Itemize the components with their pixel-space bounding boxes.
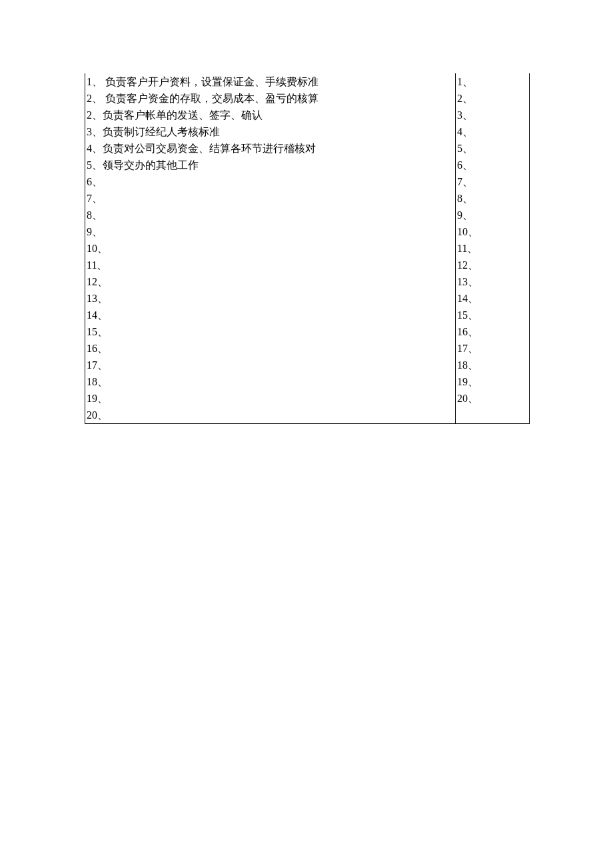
left-row-text: 负责客户资金的存取，交易成本、盈亏的核算 [103,93,318,104]
right-row-number: 4、 [457,126,473,137]
right-row: 8、 [456,190,529,207]
left-row-number: 4、 [87,143,103,154]
left-row: 12、 [85,273,455,290]
left-row: 14、 [85,307,455,323]
left-row-text: 负责客户帐单的发送、签字、确认 [103,109,263,121]
right-row: 16、 [456,323,529,340]
right-row: 17、 [456,340,529,357]
left-row: 1、 负责客户开户资料，设置保证金、手续费标准 [85,73,455,90]
left-row: 16、 [85,340,455,357]
right-row-number: 8、 [457,193,473,204]
left-row-text: 负责客户开户资料，设置保证金、手续费标准 [103,76,318,87]
left-row-number: 8、 [87,209,103,221]
left-row: 17、 [85,357,455,373]
left-row: 2、 负责客户资金的存取，交易成本、盈亏的核算 [85,90,455,107]
right-row-number: 14、 [457,293,478,304]
right-row: 1、 [456,73,529,90]
left-row-number: 3、 [87,126,103,137]
left-row: 9、 [85,223,455,240]
left-row-number: 20、 [87,409,108,421]
right-row-number: 2、 [457,93,473,104]
right-row: 6、 [456,157,529,173]
left-row-number: 18、 [87,376,108,387]
right-row-number: 1、 [457,76,473,87]
left-row: 4、负责对公司交易资金、结算各环节进行稽核对 [85,140,455,157]
right-row: 11、 [456,240,529,257]
left-row: 19、 [85,390,455,407]
right-row: 9、 [456,207,529,223]
left-row: 5、领导交办的其他工作 [85,157,455,173]
left-row: 2、负责客户帐单的发送、签字、确认 [85,107,455,123]
left-row-number: 15、 [87,326,108,337]
left-row-number: 9、 [87,226,103,237]
right-row-number: 3、 [457,109,473,121]
left-row: 3、负责制订经纪人考核标准 [85,123,455,140]
right-row: 12、 [456,257,529,273]
left-row-number: 7、 [87,193,103,204]
right-row: 14、 [456,290,529,307]
right-row: 5、 [456,140,529,157]
left-row-number: 10、 [87,243,108,254]
left-row-number: 16、 [87,343,108,354]
left-row-text: 领导交办的其他工作 [103,159,199,171]
right-row: 13、 [456,273,529,290]
left-row: 7、 [85,190,455,207]
right-row-number: 7、 [457,176,473,187]
left-row-number: 11、 [87,259,107,271]
right-row: 4、 [456,123,529,140]
right-row: 2、 [456,90,529,107]
right-row: 20、 [456,390,529,407]
right-row-number: 19、 [457,376,478,387]
right-row-number: 15、 [457,309,478,321]
left-column: 1、 负责客户开户资料，设置保证金、手续费标准2、 负责客户资金的存取，交易成本… [85,73,456,423]
right-row-number: 13、 [457,276,478,287]
right-row-number: 10、 [457,226,478,237]
right-row-number: 6、 [457,159,473,171]
left-row-number: 2、 [87,93,103,104]
right-row-number: 18、 [457,359,478,371]
left-row-number: 19、 [87,393,108,404]
left-row: 6、 [85,173,455,190]
left-row-text: 负责对公司交易资金、结算各环节进行稽核对 [103,143,316,154]
left-row: 10、 [85,240,455,257]
duties-table: 1、 负责客户开户资料，设置保证金、手续费标准2、 负责客户资金的存取，交易成本… [85,73,530,424]
left-row-number: 17、 [87,359,108,371]
left-row-number: 6、 [87,176,103,187]
left-row: 20、 [85,407,455,423]
left-row-number: 2、 [87,109,103,121]
left-row: 11、 [85,257,455,273]
right-row: 15、 [456,307,529,323]
right-row: 3、 [456,107,529,123]
left-row: 8、 [85,207,455,223]
right-row-number: 5、 [457,143,473,154]
left-row-number: 1、 [87,76,103,87]
left-row: 13、 [85,290,455,307]
right-column: 1、2、3、4、5、6、7、8、9、10、11、12、13、14、15、16、1… [456,73,529,423]
right-row-number: 12、 [457,259,478,271]
right-row-number: 20、 [457,393,478,404]
left-row-number: 13、 [87,293,108,304]
left-row: 18、 [85,373,455,390]
right-row: 7、 [456,173,529,190]
right-row-number: 9、 [457,209,473,221]
left-row: 15、 [85,323,455,340]
right-row-number: 16、 [457,326,478,337]
right-row-number: 17、 [457,343,478,354]
left-row-text: 负责制订经纪人考核标准 [103,126,220,137]
left-row-number: 12、 [87,276,108,287]
left-row-number: 5、 [87,159,103,171]
right-row: 19、 [456,373,529,390]
left-row-number: 14、 [87,309,108,321]
right-row: 10、 [456,223,529,240]
right-row-number: 11、 [457,243,478,254]
right-row: 18、 [456,357,529,373]
